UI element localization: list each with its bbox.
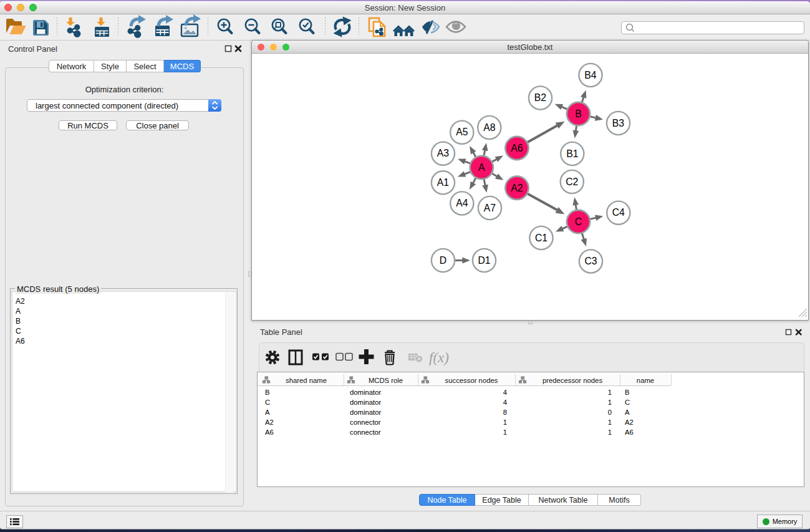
svg-text:D: D xyxy=(440,255,446,266)
svg-text:1: 1 xyxy=(503,418,507,426)
svg-text:A2: A2 xyxy=(511,183,523,193)
svg-text:B: B xyxy=(625,389,630,396)
svg-text:A: A xyxy=(265,409,270,416)
svg-text:A2: A2 xyxy=(265,418,274,426)
svg-text:A1: A1 xyxy=(437,177,450,188)
svg-text:connector: connector xyxy=(350,418,381,426)
svg-text:D1: D1 xyxy=(478,255,490,266)
svg-text:1: 1 xyxy=(608,428,612,436)
svg-text:1: 1 xyxy=(608,399,612,406)
svg-text:1: 1 xyxy=(608,418,612,426)
svg-text:A7: A7 xyxy=(484,203,496,213)
svg-text:C4: C4 xyxy=(612,207,625,218)
svg-text:B2: B2 xyxy=(534,92,546,103)
svg-text:A2: A2 xyxy=(625,418,634,426)
svg-text:predecessor nodes: predecessor nodes xyxy=(542,377,602,384)
svg-text:B: B xyxy=(265,389,270,396)
svg-text:A6: A6 xyxy=(511,143,523,153)
svg-text:A4: A4 xyxy=(456,198,468,208)
svg-text:connector: connector xyxy=(350,428,381,436)
svg-text:1: 1 xyxy=(608,389,612,396)
svg-text:shared name: shared name xyxy=(286,377,327,384)
svg-text:A3: A3 xyxy=(437,148,450,158)
svg-text:successor nodes: successor nodes xyxy=(445,377,498,384)
svg-text:B1: B1 xyxy=(566,148,579,159)
svg-text:dominator: dominator xyxy=(350,399,381,406)
svg-text:dominator: dominator xyxy=(350,409,381,416)
svg-text:4: 4 xyxy=(503,389,507,396)
svg-text:C: C xyxy=(575,216,582,227)
svg-text:C: C xyxy=(625,399,630,406)
svg-text:C1: C1 xyxy=(535,233,547,243)
svg-text:MCDS role: MCDS role xyxy=(369,377,403,384)
svg-text:A: A xyxy=(478,162,485,173)
svg-text:A8: A8 xyxy=(483,122,496,133)
svg-text:C: C xyxy=(265,399,270,406)
svg-text:B3: B3 xyxy=(612,118,625,128)
svg-text:B4: B4 xyxy=(584,70,597,80)
svg-text:f(x): f(x) xyxy=(429,350,449,365)
svg-text:1: 1 xyxy=(503,428,507,436)
svg-text:A: A xyxy=(625,409,630,416)
svg-text:4: 4 xyxy=(503,399,507,406)
svg-text:C3: C3 xyxy=(584,256,597,266)
svg-text:C2: C2 xyxy=(566,177,578,187)
svg-text:dominator: dominator xyxy=(350,389,381,396)
svg-text:0: 0 xyxy=(608,409,612,416)
svg-text:8: 8 xyxy=(503,409,507,416)
svg-text:B: B xyxy=(575,109,582,119)
svg-text:A6: A6 xyxy=(625,428,634,436)
svg-text:A6: A6 xyxy=(265,428,274,436)
svg-text:A5: A5 xyxy=(456,127,468,137)
svg-text:name: name xyxy=(637,377,654,384)
